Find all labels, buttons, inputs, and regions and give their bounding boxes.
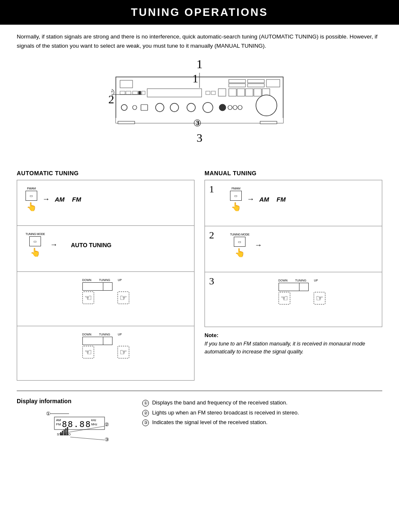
svg-text:88.88: 88.88 xyxy=(62,419,91,429)
am-label-auto: AM xyxy=(55,196,64,203)
svg-rect-7 xyxy=(120,91,125,95)
two-col-layout: AUTOMATIC TUNING FM/AM ▭ 👆 → AM FM xyxy=(17,170,382,381)
svg-point-24 xyxy=(156,103,164,112)
up-label-auto4: UP xyxy=(118,333,122,336)
svg-rect-54 xyxy=(65,428,66,435)
note-text: If you tune to an FM station manually, i… xyxy=(205,340,382,356)
svg-point-26 xyxy=(187,103,195,112)
page-title: TUNING OPERATIONS xyxy=(0,0,399,25)
fmam-button-manual: FM/AM ▭ 👆 xyxy=(230,187,242,212)
tuning-label-manual3: TUNING xyxy=(295,279,307,282)
hand-dashed-left-m3: ☜ xyxy=(279,292,290,304)
circle-3: ③ xyxy=(142,419,149,426)
svg-rect-18 xyxy=(246,89,253,96)
down-label-auto3: DOWN xyxy=(82,279,92,281)
circle-2: ② xyxy=(142,410,149,417)
diagram-step3-num: 3 xyxy=(197,131,202,145)
manual-step3-box: 3 DOWN TUNING UP xyxy=(205,272,382,327)
display-info-title: Display information xyxy=(17,398,134,404)
arrow-manual-1: → xyxy=(247,195,254,204)
fm-label-manual: FM xyxy=(276,196,286,203)
svg-rect-19 xyxy=(254,89,261,96)
down-label-manual3: DOWN xyxy=(279,279,288,282)
circle-1: ① xyxy=(142,400,149,407)
hand-dashed-right-m3: ☞ xyxy=(314,292,325,304)
svg-rect-55 xyxy=(67,427,68,435)
fmam-label-auto: FM/AM xyxy=(27,187,36,190)
tuning-mode-label-auto: TUNING MODE xyxy=(26,233,45,235)
svg-rect-34 xyxy=(118,121,135,124)
fm-label-auto: FM xyxy=(72,196,81,203)
hand-dashed-left-3: ☜ xyxy=(82,292,94,304)
svg-rect-35 xyxy=(260,121,277,124)
display-info-item-1: ① Displays the band and frequency of the… xyxy=(142,398,382,407)
display-info-list: ① Displays the band and frequency of the… xyxy=(142,398,382,427)
svg-rect-23 xyxy=(141,105,148,110)
auto-step3-box: DOWN TUNING UP ☜ ☞ xyxy=(17,272,194,326)
display-info-section: Display information ① AM FM 88.88 kHz MH… xyxy=(17,398,382,443)
hand-icon-auto-2: 👆 xyxy=(30,247,41,257)
svg-point-22 xyxy=(133,105,137,110)
diagram-step1: 1 xyxy=(112,57,287,71)
fmam-button-auto: FM/AM ▭ 👆 xyxy=(26,187,37,212)
svg-text:AM: AM xyxy=(56,418,61,422)
automatic-tuning-section: AUTOMATIC TUNING FM/AM ▭ 👆 → AM FM xyxy=(17,170,194,381)
svg-point-27 xyxy=(203,102,213,113)
diagram-step2-num: 2 xyxy=(108,93,114,106)
hand-dashed-left-4: ☜ xyxy=(82,346,94,358)
display-info-text-3: Indicates the signal level of the receiv… xyxy=(152,419,268,425)
svg-rect-5 xyxy=(248,84,264,87)
svg-rect-3 xyxy=(229,84,246,87)
tuning-bar-right xyxy=(103,282,113,291)
tuning-bar-right-4 xyxy=(103,337,113,345)
auto-step1-box: FM/AM ▭ 👆 → AM FM xyxy=(17,180,194,226)
display-info-left: Display information ① AM FM 88.88 kHz MH… xyxy=(17,398,134,443)
svg-text:①: ① xyxy=(46,411,51,417)
tuning-btns-row-m3 xyxy=(279,283,309,291)
display-info-text-1: Displays the band and frequency of the r… xyxy=(152,399,288,406)
svg-text:FM: FM xyxy=(56,422,61,426)
svg-rect-9 xyxy=(133,91,138,95)
svg-rect-13 xyxy=(206,91,210,95)
svg-rect-17 xyxy=(237,89,245,96)
svg-point-21 xyxy=(121,105,127,110)
svg-point-30 xyxy=(233,105,237,110)
svg-rect-10 xyxy=(138,91,141,95)
svg-rect-12 xyxy=(147,89,202,97)
receiver-diagram-svg: ② ③ xyxy=(112,73,287,127)
display-info-item-2: ② Lights up when an FM stereo broadcast … xyxy=(142,408,382,417)
am-label-manual: AM xyxy=(259,196,269,203)
tuning-btns-row-4 xyxy=(82,337,113,345)
down-label-auto4: DOWN xyxy=(82,333,92,336)
tuning-label-auto4: TUNING xyxy=(99,333,110,336)
up-label-auto3: UP xyxy=(118,279,122,281)
hand-dashed-right-4: ☞ xyxy=(118,346,129,358)
svg-point-31 xyxy=(238,105,242,110)
note-title: Note: xyxy=(205,332,382,338)
svg-rect-1 xyxy=(120,80,133,88)
svg-point-32 xyxy=(256,95,277,116)
svg-rect-14 xyxy=(211,91,215,95)
up-label-manual3: UP xyxy=(314,279,318,282)
svg-rect-51 xyxy=(60,432,61,435)
svg-point-25 xyxy=(170,103,179,112)
display-info-text-2: Lights up when an FM stereo broadcast is… xyxy=(152,409,299,416)
svg-rect-15 xyxy=(218,89,226,96)
display-drawing-svg: ① AM FM 88.88 kHz MHz STEREO ② xyxy=(17,409,125,442)
display-info-right: ① Displays the band and frequency of the… xyxy=(142,398,382,427)
manual-steps-border: 1 FM/AM ▭ 👆 → AM FM xyxy=(205,180,382,327)
note-section: Note: If you tune to an FM station manua… xyxy=(205,332,382,356)
auto-tuning-text: AUTO TUNING xyxy=(71,242,111,248)
svg-rect-16 xyxy=(229,89,236,96)
fmam-label-manual: FM/AM xyxy=(231,187,240,190)
svg-point-29 xyxy=(228,105,232,110)
svg-rect-2 xyxy=(229,79,246,83)
intro-text: Normally, if station signals are strong … xyxy=(17,32,382,50)
svg-point-28 xyxy=(219,104,226,111)
svg-text:③: ③ xyxy=(193,118,202,127)
svg-rect-52 xyxy=(62,431,63,435)
svg-text:②: ② xyxy=(105,422,109,427)
tuning-bar xyxy=(82,282,103,291)
hand-icon-manual-2: 👆 xyxy=(235,248,245,258)
auto-step2-box: TUNING MODE ▭ 👆 → AUTO TUNING xyxy=(17,226,194,272)
